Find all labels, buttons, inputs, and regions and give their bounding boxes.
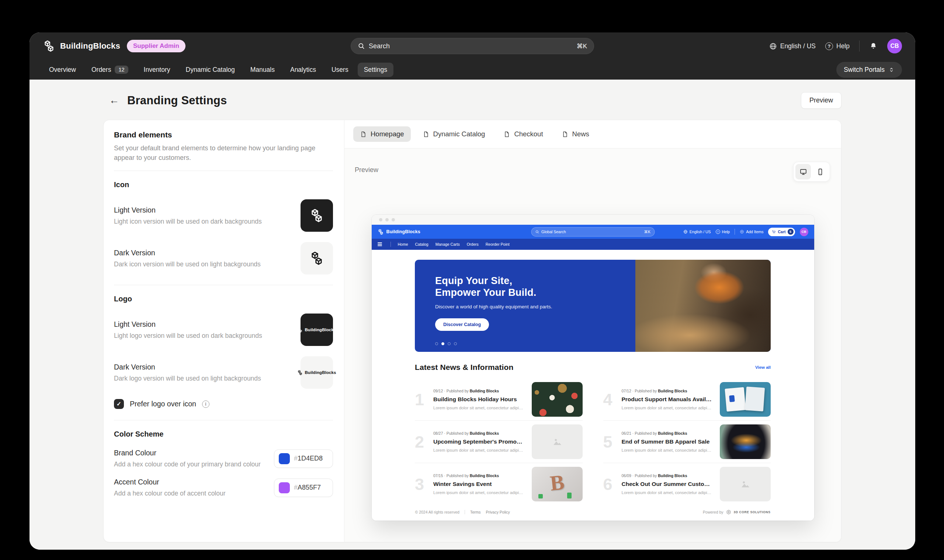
news-item[interactable]: 4 07/12 · Published by Building Blocks P… [603,378,771,420]
discover-catalog-button[interactable]: Discover Catalog [435,318,489,331]
nav-item-users[interactable]: Users [325,63,355,77]
news-item[interactable]: 5 06/21 · Published by Building Blocks E… [603,421,771,463]
site-nav-reorder-point[interactable]: Reorder Point [486,242,510,246]
help-label: Help [836,42,850,50]
site-top-bar: BuildingBlocks Global Search ⌘K [372,225,814,239]
site-logo[interactable]: BuildingBlocks [378,229,420,235]
accent-colour-description: Add a hex colour code of accent colour [114,490,268,497]
mobile-view-button[interactable] [812,164,828,179]
site-nav-orders[interactable]: Orders [467,242,479,246]
preview-panel: Homepage Dynamic Catalog Checkout N [344,120,841,542]
site-cart-button[interactable]: Cart 5 [768,228,794,236]
site-user-avatar[interactable]: CB [800,228,808,236]
search-shortcut: ⌘K [577,42,587,50]
globe-icon [683,229,688,234]
view-all-link[interactable]: View all [755,365,771,369]
page-content: ← Branding Settings Preview Brand elemen… [29,80,915,550]
news-section: Latest News & Information View all 1 [415,363,771,505]
section-divider [114,285,333,285]
carousel-dot[interactable] [448,342,450,345]
site-add-items-button[interactable]: Add Items [740,229,763,234]
site-locale-switcher[interactable]: English / US [683,229,711,234]
brand-elements-heading: Brand elements [114,131,333,139]
switch-portals-button[interactable]: Switch Portals [836,62,902,78]
info-icon[interactable]: i [202,400,210,408]
brand-colour-input[interactable]: #1D4ED8 [274,449,333,468]
desktop-background: BuildingBlocks Supplier Admin ⌘K English… [0,0,944,560]
image-placeholder-icon [552,436,563,447]
news-heading: Latest News & Information [415,363,513,372]
carousel-dot[interactable] [454,342,457,345]
logo-dark-preview-tile[interactable]: BuildingBlocks [301,356,333,389]
news-excerpt: Lorem ipsum dolor sit amet, consectetur … [433,448,524,452]
locale-switcher[interactable]: English / US [769,42,816,50]
carousel-dot-active[interactable] [441,342,444,345]
help-button[interactable]: ? Help [825,42,850,50]
news-number: 1 [415,391,430,408]
tab-checkout[interactable]: Checkout [497,126,549,142]
news-item[interactable]: 3 07/15 · Published by Building Blocks W… [415,463,583,505]
user-avatar[interactable]: CB [887,39,902,54]
hero-subtitle: Discover a world of high quality equipme… [435,304,552,309]
desktop-view-button[interactable] [795,164,811,179]
news-item[interactable]: 6 06/09 · Published by Building Blocks C… [603,463,771,505]
hamburger-menu-icon[interactable] [378,242,382,246]
news-thumbnail-manuals [720,382,771,417]
news-item[interactable]: 1 09/12 · Published by Building Blocks B… [415,378,583,420]
global-search[interactable]: ⌘K [351,38,594,54]
window-dot [386,218,389,222]
preview-button[interactable]: Preview [801,92,842,109]
site-nav-home[interactable]: Home [398,242,408,246]
page-icon [423,131,430,138]
preview-area-label: Preview [355,166,378,174]
nav-item-settings[interactable]: Settings [358,63,393,77]
site-help-button[interactable]: ? Help [716,229,730,234]
icon-light-preview-tile[interactable] [301,199,333,232]
search-icon [358,42,365,50]
nav-item-analytics[interactable]: Analytics [284,63,322,77]
nav-item-inventory[interactable]: Inventory [137,63,177,77]
app-logo[interactable]: BuildingBlocks [43,40,120,52]
icon-dark-description: Dark icon version will be used on light … [114,260,295,268]
news-meta: 09/12 · Published by Building Blocks [433,389,524,393]
nav-item-orders[interactable]: Orders 12 [85,62,134,77]
nav-item-manuals[interactable]: Manuals [244,63,281,77]
logo-light-preview-tile[interactable]: BuildingBlocks [301,314,333,346]
window-dot [392,218,395,222]
tab-dynamic-catalog[interactable]: Dynamic Catalog [416,126,492,142]
accent-colour-input[interactable]: #A855F7 [274,478,333,497]
site-nav-catalog[interactable]: Catalog [415,242,429,246]
tab-news[interactable]: News [555,126,596,142]
news-excerpt: Lorem ipsum dolor sit amet, consectetur … [433,490,524,495]
icon-dark-preview-tile[interactable] [301,242,333,274]
tab-homepage[interactable]: Homepage [353,126,411,142]
accent-colour-label: Accent Colour [114,478,268,486]
search-input[interactable] [369,42,573,50]
news-title: Building Blocks Holiday Hours [433,396,524,403]
news-column-left: 1 09/12 · Published by Building Blocks B… [415,378,583,505]
privacy-policy-link[interactable]: Privacy Policy [486,510,510,514]
news-thumbnail-placeholder [532,425,583,459]
accent-colour-swatch[interactable] [279,482,290,493]
icon-dark-row: Dark Version Dark icon version will be u… [114,242,333,274]
news-number: 3 [415,476,430,492]
news-item[interactable]: 2 08/27 · Published by Building Blocks U… [415,421,583,463]
preview-area: Preview [344,148,841,542]
site-nav-manage-carts[interactable]: Manage Carts [435,242,460,246]
site-global-search[interactable]: Global Search ⌘K [531,227,654,237]
carousel-dot[interactable] [435,342,438,345]
nav-item-overview[interactable]: Overview [43,63,82,77]
news-meta: 07/12 · Published by Building Blocks [622,389,713,393]
carousel-dots[interactable] [435,342,457,345]
news-title: Winter Savings Event [433,481,524,488]
terms-link[interactable]: Terms [470,510,481,514]
hero-photo [636,260,771,352]
cart-icon [772,230,776,234]
brand-elements-description: Set your default brand elements to deter… [114,143,333,163]
notifications-button[interactable] [869,42,878,51]
brand-colour-swatch[interactable] [279,453,290,464]
nav-item-dynamic-catalog[interactable]: Dynamic Catalog [180,63,241,77]
prefer-logo-checkbox[interactable]: ✓ [114,399,124,409]
buildingblocks-cubes-icon [297,370,303,375]
back-arrow-icon[interactable]: ← [109,95,119,105]
